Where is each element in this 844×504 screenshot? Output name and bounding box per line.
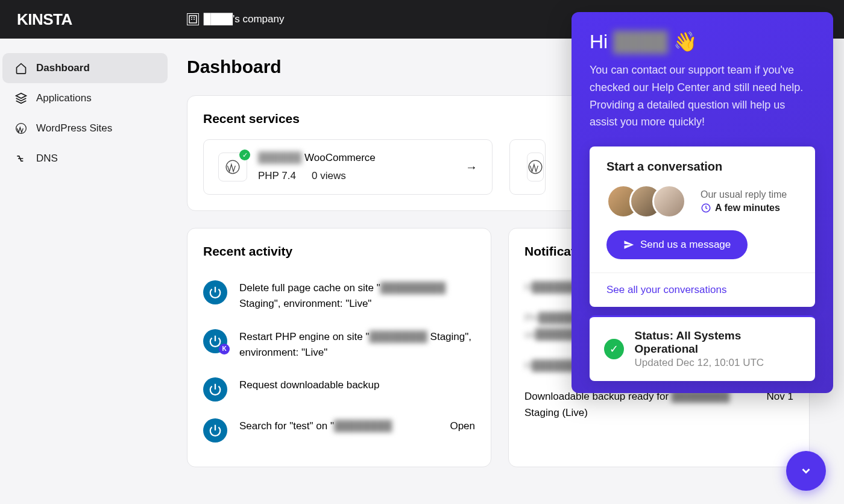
sidebar-item-applications[interactable]: Applications: [2, 83, 168, 113]
kinsta-badge-icon: K: [219, 344, 230, 354]
activity-text: Search for "test" on "████████: [239, 418, 392, 434]
activity-item[interactable]: KRestart PHP engine on site "████████ St…: [203, 321, 475, 370]
sidebar-item-dashboard[interactable]: Dashboard: [2, 53, 168, 83]
service-tile-next[interactable]: [509, 139, 546, 195]
see-all-conversations-link[interactable]: See all your conversations: [590, 272, 815, 307]
service-meta: PHP 7.4 0 views: [258, 170, 376, 182]
company-selector[interactable]: ████'s company: [187, 13, 285, 25]
sidebar-item-dns[interactable]: DNS: [2, 143, 168, 174]
chat-conversation-card: Start a conversation Our usual reply tim…: [590, 146, 815, 307]
wordpress-badge: [527, 153, 544, 181]
chat-greeting: Hi ████ 👋: [590, 30, 815, 53]
start-conversation-title: Start a conversation: [606, 160, 798, 174]
check-icon: ✓: [604, 339, 624, 359]
sidebar-item-label: WordPress Sites: [36, 122, 112, 134]
home-icon: [14, 61, 28, 75]
recent-activity-title: Recent activity: [203, 244, 475, 259]
status-active-icon: ✓: [239, 150, 250, 160]
activity-text: Restart PHP engine on site "████████ Sta…: [239, 329, 475, 361]
service-name: ██████ WooCommerce: [258, 152, 376, 164]
status-updated: Updated Dec 12, 10:01 UTC: [635, 357, 801, 369]
power-icon: K: [203, 329, 227, 353]
chevron-down-icon: [799, 464, 813, 477]
svg-marker-5: [16, 93, 27, 98]
reply-info: Our usual reply time A few minutes: [701, 189, 787, 213]
layers-icon: [14, 92, 28, 105]
power-icon: [203, 418, 227, 443]
activity-item[interactable]: Search for "test" on "████████Open: [203, 410, 475, 451]
sidebar: Dashboard Applications WordPress Sites D…: [0, 39, 175, 504]
chat-toggle-button[interactable]: [786, 451, 826, 491]
send-icon: [623, 239, 634, 250]
building-icon: [187, 13, 199, 25]
dns-icon: [14, 152, 28, 165]
activity-text: Delete full page cache on site "████████…: [239, 280, 475, 312]
service-tile[interactable]: ✓ ██████ WooCommerce PHP 7.4 0 views →: [203, 139, 493, 195]
wordpress-icon: [14, 122, 28, 135]
recent-activity-card: Recent activity Delete full page cache o…: [187, 228, 491, 467]
activity-item[interactable]: Delete full page cache on site "████████…: [203, 272, 475, 321]
avatar: [652, 184, 686, 218]
activity-text: Request downloadable backup: [239, 377, 380, 393]
support-chat-widget: Hi ████ 👋 You can contact our support te…: [572, 12, 833, 393]
brand-logo: KINSTA: [17, 10, 72, 29]
company-name: ████'s company: [204, 13, 285, 25]
clock-icon: [701, 203, 711, 213]
sidebar-item-wordpress-sites[interactable]: WordPress Sites: [2, 113, 168, 143]
wordpress-badge: ✓: [218, 153, 247, 181]
send-message-button[interactable]: Send us a message: [606, 230, 748, 259]
power-icon: [203, 377, 227, 402]
status-title: Status: All Systems Operational: [635, 329, 801, 356]
power-icon: [203, 280, 227, 304]
chat-intro-text: You can contact our support team if you'…: [590, 61, 815, 131]
sidebar-item-label: Applications: [36, 92, 92, 104]
arrow-right-icon: →: [465, 160, 477, 174]
activity-item[interactable]: Request downloadable backup: [203, 369, 475, 410]
sidebar-item-label: DNS: [36, 153, 58, 165]
sidebar-item-label: Dashboard: [36, 62, 90, 74]
system-status-card[interactable]: ✓ Status: All Systems Operational Update…: [590, 315, 815, 381]
activity-status: Open: [450, 418, 475, 434]
support-avatars: [606, 184, 686, 218]
svg-rect-0: [189, 16, 197, 23]
